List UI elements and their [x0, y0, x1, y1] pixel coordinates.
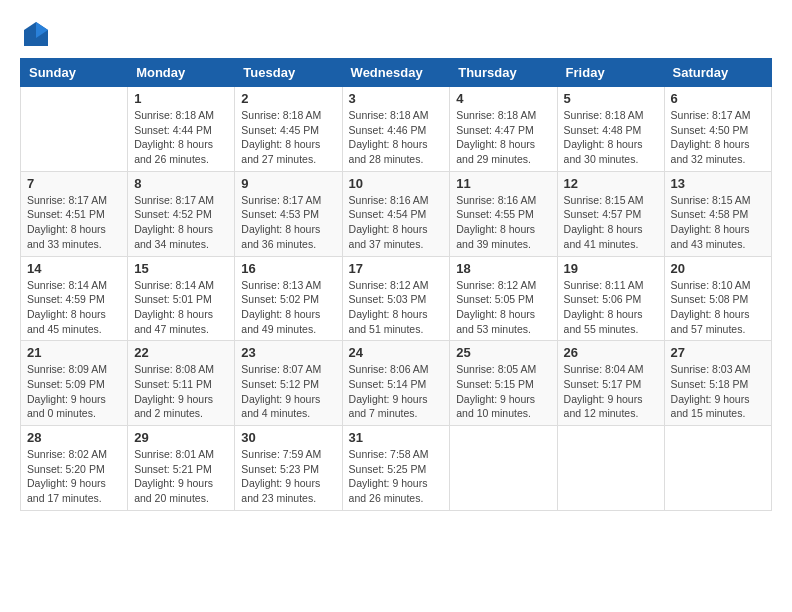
day-header-monday: Monday	[128, 59, 235, 87]
day-info: Sunrise: 8:04 AMSunset: 5:17 PMDaylight:…	[564, 362, 658, 421]
page-header	[20, 20, 772, 48]
day-number: 15	[134, 261, 228, 276]
day-info: Sunrise: 8:17 AMSunset: 4:53 PMDaylight:…	[241, 193, 335, 252]
calendar-cell: 26Sunrise: 8:04 AMSunset: 5:17 PMDayligh…	[557, 341, 664, 426]
day-info: Sunrise: 8:12 AMSunset: 5:03 PMDaylight:…	[349, 278, 444, 337]
day-info: Sunrise: 8:16 AMSunset: 4:55 PMDaylight:…	[456, 193, 550, 252]
logo-icon	[22, 20, 50, 48]
day-info: Sunrise: 8:05 AMSunset: 5:15 PMDaylight:…	[456, 362, 550, 421]
calendar-cell: 15Sunrise: 8:14 AMSunset: 5:01 PMDayligh…	[128, 256, 235, 341]
day-info: Sunrise: 8:15 AMSunset: 4:57 PMDaylight:…	[564, 193, 658, 252]
day-info: Sunrise: 8:08 AMSunset: 5:11 PMDaylight:…	[134, 362, 228, 421]
calendar-week-row: 14Sunrise: 8:14 AMSunset: 4:59 PMDayligh…	[21, 256, 772, 341]
day-info: Sunrise: 8:18 AMSunset: 4:46 PMDaylight:…	[349, 108, 444, 167]
calendar-cell: 11Sunrise: 8:16 AMSunset: 4:55 PMDayligh…	[450, 171, 557, 256]
calendar-cell: 17Sunrise: 8:12 AMSunset: 5:03 PMDayligh…	[342, 256, 450, 341]
calendar-cell: 3Sunrise: 8:18 AMSunset: 4:46 PMDaylight…	[342, 87, 450, 172]
day-header-thursday: Thursday	[450, 59, 557, 87]
day-number: 10	[349, 176, 444, 191]
calendar-cell: 1Sunrise: 8:18 AMSunset: 4:44 PMDaylight…	[128, 87, 235, 172]
day-info: Sunrise: 8:13 AMSunset: 5:02 PMDaylight:…	[241, 278, 335, 337]
day-info: Sunrise: 8:16 AMSunset: 4:54 PMDaylight:…	[349, 193, 444, 252]
day-info: Sunrise: 8:12 AMSunset: 5:05 PMDaylight:…	[456, 278, 550, 337]
calendar-cell: 29Sunrise: 8:01 AMSunset: 5:21 PMDayligh…	[128, 426, 235, 511]
calendar-cell: 8Sunrise: 8:17 AMSunset: 4:52 PMDaylight…	[128, 171, 235, 256]
calendar-cell: 23Sunrise: 8:07 AMSunset: 5:12 PMDayligh…	[235, 341, 342, 426]
day-info: Sunrise: 7:58 AMSunset: 5:25 PMDaylight:…	[349, 447, 444, 506]
calendar-cell: 28Sunrise: 8:02 AMSunset: 5:20 PMDayligh…	[21, 426, 128, 511]
day-number: 30	[241, 430, 335, 445]
day-number: 25	[456, 345, 550, 360]
calendar-table: SundayMondayTuesdayWednesdayThursdayFrid…	[20, 58, 772, 511]
calendar-week-row: 21Sunrise: 8:09 AMSunset: 5:09 PMDayligh…	[21, 341, 772, 426]
day-info: Sunrise: 8:17 AMSunset: 4:50 PMDaylight:…	[671, 108, 765, 167]
calendar-cell: 20Sunrise: 8:10 AMSunset: 5:08 PMDayligh…	[664, 256, 771, 341]
calendar-cell: 22Sunrise: 8:08 AMSunset: 5:11 PMDayligh…	[128, 341, 235, 426]
calendar-cell	[21, 87, 128, 172]
day-number: 6	[671, 91, 765, 106]
day-number: 3	[349, 91, 444, 106]
day-number: 2	[241, 91, 335, 106]
day-info: Sunrise: 8:14 AMSunset: 5:01 PMDaylight:…	[134, 278, 228, 337]
day-info: Sunrise: 8:09 AMSunset: 5:09 PMDaylight:…	[27, 362, 121, 421]
day-header-friday: Friday	[557, 59, 664, 87]
day-number: 23	[241, 345, 335, 360]
calendar-cell: 12Sunrise: 8:15 AMSunset: 4:57 PMDayligh…	[557, 171, 664, 256]
day-info: Sunrise: 8:02 AMSunset: 5:20 PMDaylight:…	[27, 447, 121, 506]
calendar-cell: 9Sunrise: 8:17 AMSunset: 4:53 PMDaylight…	[235, 171, 342, 256]
calendar-cell: 18Sunrise: 8:12 AMSunset: 5:05 PMDayligh…	[450, 256, 557, 341]
calendar-cell	[557, 426, 664, 511]
day-number: 5	[564, 91, 658, 106]
day-header-saturday: Saturday	[664, 59, 771, 87]
day-number: 22	[134, 345, 228, 360]
day-info: Sunrise: 8:18 AMSunset: 4:45 PMDaylight:…	[241, 108, 335, 167]
calendar-week-row: 28Sunrise: 8:02 AMSunset: 5:20 PMDayligh…	[21, 426, 772, 511]
day-info: Sunrise: 8:03 AMSunset: 5:18 PMDaylight:…	[671, 362, 765, 421]
calendar-cell: 30Sunrise: 7:59 AMSunset: 5:23 PMDayligh…	[235, 426, 342, 511]
day-info: Sunrise: 8:15 AMSunset: 4:58 PMDaylight:…	[671, 193, 765, 252]
day-number: 8	[134, 176, 228, 191]
day-number: 13	[671, 176, 765, 191]
day-header-sunday: Sunday	[21, 59, 128, 87]
day-number: 4	[456, 91, 550, 106]
calendar-cell: 5Sunrise: 8:18 AMSunset: 4:48 PMDaylight…	[557, 87, 664, 172]
day-info: Sunrise: 8:07 AMSunset: 5:12 PMDaylight:…	[241, 362, 335, 421]
calendar-cell: 16Sunrise: 8:13 AMSunset: 5:02 PMDayligh…	[235, 256, 342, 341]
calendar-cell	[450, 426, 557, 511]
calendar-cell: 6Sunrise: 8:17 AMSunset: 4:50 PMDaylight…	[664, 87, 771, 172]
day-info: Sunrise: 8:18 AMSunset: 4:44 PMDaylight:…	[134, 108, 228, 167]
calendar-week-row: 1Sunrise: 8:18 AMSunset: 4:44 PMDaylight…	[21, 87, 772, 172]
calendar-cell: 4Sunrise: 8:18 AMSunset: 4:47 PMDaylight…	[450, 87, 557, 172]
logo	[20, 20, 50, 48]
day-number: 17	[349, 261, 444, 276]
day-number: 1	[134, 91, 228, 106]
day-info: Sunrise: 8:06 AMSunset: 5:14 PMDaylight:…	[349, 362, 444, 421]
day-info: Sunrise: 8:14 AMSunset: 4:59 PMDaylight:…	[27, 278, 121, 337]
day-info: Sunrise: 8:18 AMSunset: 4:47 PMDaylight:…	[456, 108, 550, 167]
day-header-wednesday: Wednesday	[342, 59, 450, 87]
day-info: Sunrise: 8:01 AMSunset: 5:21 PMDaylight:…	[134, 447, 228, 506]
day-info: Sunrise: 8:18 AMSunset: 4:48 PMDaylight:…	[564, 108, 658, 167]
day-number: 11	[456, 176, 550, 191]
calendar-cell: 2Sunrise: 8:18 AMSunset: 4:45 PMDaylight…	[235, 87, 342, 172]
calendar-cell: 10Sunrise: 8:16 AMSunset: 4:54 PMDayligh…	[342, 171, 450, 256]
day-number: 31	[349, 430, 444, 445]
day-number: 20	[671, 261, 765, 276]
day-info: Sunrise: 8:11 AMSunset: 5:06 PMDaylight:…	[564, 278, 658, 337]
calendar-header-row: SundayMondayTuesdayWednesdayThursdayFrid…	[21, 59, 772, 87]
calendar-cell: 7Sunrise: 8:17 AMSunset: 4:51 PMDaylight…	[21, 171, 128, 256]
calendar-cell: 25Sunrise: 8:05 AMSunset: 5:15 PMDayligh…	[450, 341, 557, 426]
calendar-cell: 19Sunrise: 8:11 AMSunset: 5:06 PMDayligh…	[557, 256, 664, 341]
day-number: 26	[564, 345, 658, 360]
day-number: 9	[241, 176, 335, 191]
day-number: 16	[241, 261, 335, 276]
day-info: Sunrise: 8:10 AMSunset: 5:08 PMDaylight:…	[671, 278, 765, 337]
calendar-cell: 21Sunrise: 8:09 AMSunset: 5:09 PMDayligh…	[21, 341, 128, 426]
day-header-tuesday: Tuesday	[235, 59, 342, 87]
day-info: Sunrise: 8:17 AMSunset: 4:52 PMDaylight:…	[134, 193, 228, 252]
day-number: 18	[456, 261, 550, 276]
day-number: 21	[27, 345, 121, 360]
calendar-cell	[664, 426, 771, 511]
day-number: 28	[27, 430, 121, 445]
calendar-week-row: 7Sunrise: 8:17 AMSunset: 4:51 PMDaylight…	[21, 171, 772, 256]
